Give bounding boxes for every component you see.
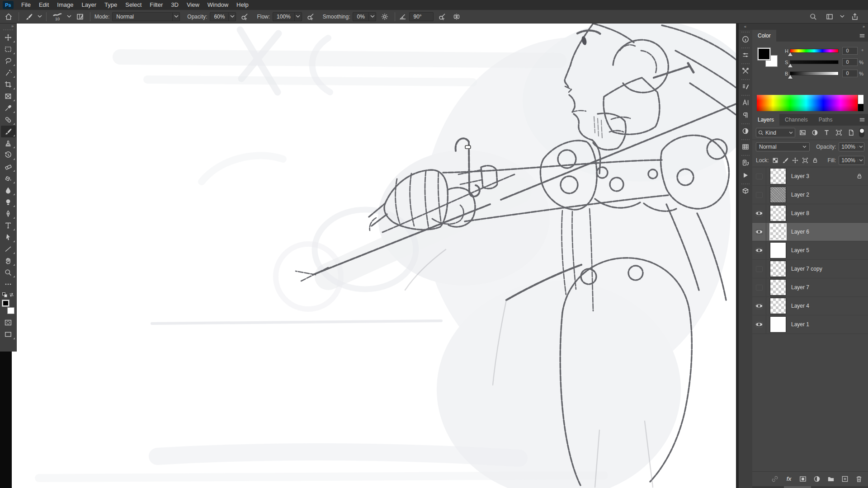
foreground-color-swatch[interactable]	[2, 300, 9, 307]
tool-preset-picker[interactable]	[23, 11, 35, 22]
photoshop-logo[interactable]: Ps	[3, 1, 14, 9]
layer-row[interactable]: Layer 6	[752, 223, 868, 241]
layer-thumbnail[interactable]	[770, 224, 786, 240]
visibility-toggle[interactable]	[752, 260, 766, 278]
home-button[interactable]	[3, 11, 14, 22]
flow-field[interactable]: 100%	[273, 12, 302, 21]
object-selection-tool[interactable]	[1, 67, 16, 79]
saturation-slider-handle[interactable]	[788, 64, 793, 67]
search-icon[interactable]	[807, 11, 819, 22]
visibility-toggle[interactable]	[752, 186, 766, 204]
lock-paint-icon[interactable]	[782, 156, 789, 165]
pressure-size-icon[interactable]	[436, 11, 448, 22]
layer-name[interactable]: Layer 3	[791, 173, 856, 179]
background-color-swatch[interactable]	[7, 307, 14, 314]
saturation-slider[interactable]	[790, 60, 839, 64]
layer-filtering-toggle[interactable]	[859, 128, 864, 137]
menu-edit[interactable]: Edit	[35, 0, 53, 10]
filter-type-layers-icon[interactable]	[822, 128, 831, 137]
layer-name[interactable]: Layer 8	[791, 210, 868, 216]
paint-symmetry-icon[interactable]	[451, 11, 462, 22]
menu-file[interactable]: File	[17, 0, 35, 10]
toolbar-grip[interactable]	[3, 29, 13, 30]
share-icon[interactable]	[849, 11, 861, 22]
airbrush-toggle-icon[interactable]	[305, 11, 316, 22]
menu-layer[interactable]: Layer	[78, 0, 101, 10]
panel-expand-button[interactable]: »	[752, 23, 868, 30]
layer-thumbnail[interactable]	[770, 168, 786, 184]
screen-mode-button[interactable]	[1, 328, 16, 340]
lock-artboard-icon[interactable]	[802, 156, 809, 165]
smoothing-field[interactable]: 0%	[353, 12, 376, 21]
layer-row[interactable]: Layer 2	[752, 186, 868, 204]
dock-collapse-button[interactable]: «	[739, 23, 752, 30]
blend-mode-select[interactable]: Normal	[112, 12, 180, 21]
layer-thumbnail[interactable]	[770, 279, 786, 296]
layer-row[interactable]: Layer 7	[752, 278, 868, 297]
menu-3d[interactable]: 3D	[167, 0, 183, 10]
new-adjustment-layer-button[interactable]	[811, 474, 822, 484]
adjustments-panel-icon[interactable]	[739, 125, 752, 137]
layer-name[interactable]: Layer 5	[791, 247, 868, 253]
visibility-toggle[interactable]	[752, 241, 766, 260]
dodge-tool[interactable]	[1, 196, 16, 208]
type-tool[interactable]	[1, 220, 16, 231]
layer-fill-field[interactable]: 100%	[839, 156, 864, 165]
libraries-panel-icon[interactable]	[739, 185, 752, 197]
quick-mask-button[interactable]	[1, 317, 16, 328]
brush-tool[interactable]	[1, 126, 16, 137]
default-colors-icon[interactable]	[2, 292, 8, 298]
lasso-tool[interactable]	[1, 55, 16, 67]
chevron-down-icon[interactable]	[840, 15, 844, 18]
layer-name[interactable]: Layer 2	[791, 192, 868, 198]
frame-tool[interactable]	[1, 90, 16, 102]
crop-tool[interactable]	[1, 79, 16, 90]
opacity-pressure-icon[interactable]	[239, 11, 250, 22]
link-layers-button[interactable]	[769, 474, 780, 484]
brightness-slider[interactable]	[790, 71, 839, 75]
layer-row[interactable]: Layer 5	[752, 241, 868, 260]
hue-slider-handle[interactable]	[788, 52, 793, 56]
menu-filter[interactable]: Filter	[146, 0, 167, 10]
hue-slider[interactable]	[790, 49, 839, 53]
brush-angle-field[interactable]: 90°	[409, 12, 434, 21]
filter-smart-objects-icon[interactable]	[846, 128, 856, 137]
add-layer-mask-button[interactable]	[797, 474, 808, 484]
rectangular-marquee-tool[interactable]	[1, 43, 16, 55]
visibility-toggle[interactable]	[752, 297, 766, 315]
layer-row[interactable]: Layer 1	[752, 315, 868, 334]
eraser-tool[interactable]	[1, 161, 16, 173]
hue-value[interactable]: 0	[842, 47, 858, 55]
layer-blend-mode-select[interactable]: Normal	[756, 142, 810, 151]
delete-layer-button[interactable]	[854, 474, 864, 484]
visibility-toggle[interactable]	[752, 223, 766, 241]
character-panel-icon[interactable]	[739, 96, 752, 109]
lock-position-icon[interactable]	[792, 156, 799, 165]
color-panel-menu-icon[interactable]	[859, 33, 865, 39]
layer-name[interactable]: Layer 6	[791, 229, 868, 235]
visibility-toggle[interactable]	[752, 315, 766, 334]
gradient-tool[interactable]	[1, 173, 16, 184]
layer-name[interactable]: Layer 7	[791, 284, 868, 291]
toggle-brush-settings-button[interactable]	[74, 11, 86, 22]
layer-row[interactable]: Layer 8	[752, 204, 868, 223]
brightness-slider-handle[interactable]	[788, 75, 793, 79]
chevron-down-icon[interactable]	[67, 15, 71, 18]
layer-thumbnail[interactable]	[770, 242, 786, 258]
filter-kind-select[interactable]: Kind	[756, 128, 795, 137]
eyedropper-tool[interactable]	[1, 102, 16, 114]
move-tool[interactable]	[1, 32, 16, 43]
path-selection-tool[interactable]	[1, 231, 16, 243]
new-group-button[interactable]	[826, 474, 836, 484]
panel-scrollbar[interactable]	[752, 486, 868, 488]
hand-tool[interactable]	[1, 255, 16, 267]
filter-pixel-layers-icon[interactable]	[798, 128, 807, 137]
visibility-toggle[interactable]	[752, 167, 766, 186]
layer-row[interactable]: Layer 7 copy	[752, 260, 868, 278]
layer-thumbnail[interactable]	[770, 187, 786, 203]
tab-paths[interactable]: Paths	[813, 114, 838, 126]
layer-style-fx-button[interactable]: fx	[783, 474, 794, 484]
tab-layers[interactable]: Layers	[752, 114, 779, 126]
timeline-panel-icon[interactable]	[739, 169, 752, 182]
smoothing-options-gear-icon[interactable]	[379, 11, 391, 22]
